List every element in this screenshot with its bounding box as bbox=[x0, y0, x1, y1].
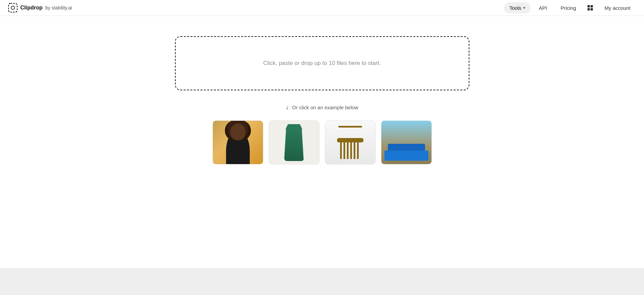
example-image-person[interactable] bbox=[213, 120, 263, 164]
my-account-link[interactable]: My account bbox=[599, 2, 636, 14]
svg-rect-5 bbox=[591, 8, 593, 10]
api-label: API bbox=[539, 5, 547, 11]
svg-rect-2 bbox=[587, 5, 590, 7]
navbar: Clipdrop by stability.ai Tools ▾ API Pri… bbox=[0, 0, 644, 16]
brand-name: Clipdrop bbox=[20, 5, 43, 11]
pricing-label: Pricing bbox=[560, 5, 576, 11]
tools-button[interactable]: Tools ▾ bbox=[504, 2, 531, 14]
tools-label: Tools bbox=[509, 5, 521, 11]
drop-zone[interactable]: Click, paste or drop up to 10 files here… bbox=[175, 36, 469, 90]
svg-point-1 bbox=[11, 6, 15, 9]
menu-icon-button[interactable] bbox=[584, 2, 596, 14]
drop-zone-text: Click, paste or drop up to 10 files here… bbox=[263, 60, 381, 67]
example-label-text: Or click on an example below bbox=[292, 105, 358, 110]
svg-rect-4 bbox=[587, 8, 590, 10]
footer-spacer bbox=[0, 268, 644, 295]
chevron-down-icon: ▾ bbox=[523, 5, 525, 10]
brand-logo-link[interactable]: Clipdrop by stability.ai bbox=[8, 3, 504, 13]
down-arrow-icon: ↓ bbox=[286, 104, 289, 111]
main-content: Click, paste or drop up to 10 files here… bbox=[0, 16, 644, 268]
navbar-right: Tools ▾ API Pricing My account bbox=[504, 2, 636, 14]
api-link[interactable]: API bbox=[533, 2, 552, 14]
example-image-car[interactable] bbox=[381, 120, 432, 164]
svg-rect-3 bbox=[591, 5, 593, 7]
grid-icon bbox=[587, 4, 594, 11]
my-account-label: My account bbox=[604, 5, 630, 11]
brand-subtitle: by stability.ai bbox=[45, 5, 72, 10]
pricing-link[interactable]: Pricing bbox=[555, 2, 581, 14]
example-label-container: ↓ Or click on an example below bbox=[286, 104, 358, 111]
example-image-chair[interactable] bbox=[325, 120, 376, 164]
example-images-container bbox=[213, 120, 432, 164]
example-image-dress[interactable] bbox=[269, 120, 319, 164]
svg-rect-0 bbox=[8, 3, 17, 12]
example-section: ↓ Or click on an example below bbox=[213, 104, 432, 164]
clipdrop-logo-icon bbox=[8, 3, 18, 13]
